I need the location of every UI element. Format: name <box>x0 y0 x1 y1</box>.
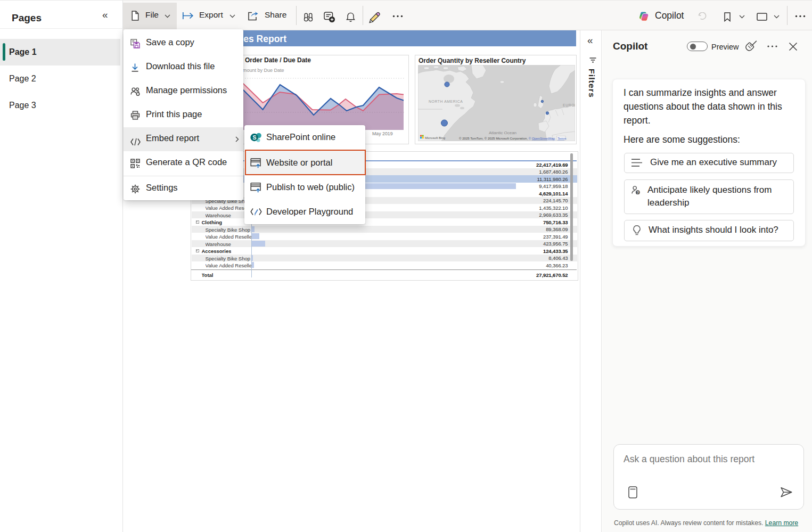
svg-text:NORTH AMERICA: NORTH AMERICA <box>429 100 463 103</box>
svg-text:Microsoft Bing: Microsoft Bing <box>425 136 445 139</box>
svg-text:Order Date / Due Date: Order Date / Due Date <box>245 56 311 64</box>
svg-text:?: ? <box>637 191 639 194</box>
svg-text:mount by Due Date: mount by Due Date <box>243 68 284 73</box>
svg-text:Terms: Terms <box>557 136 567 140</box>
svg-text:© 2025 TomTom, © 2025 Microsof: © 2025 TomTom, © 2025 Microsoft Corporat… <box>459 136 555 140</box>
svg-text:Atlantic Ocean: Atlantic Ocean <box>489 130 516 135</box>
svg-text:Order Quantity by Reseller Cou: Order Quantity by Reseller Country <box>419 57 526 64</box>
svg-text:S: S <box>253 134 257 141</box>
svg-text:May 2019: May 2019 <box>372 131 393 136</box>
svg-text:EUROP: EUROP <box>563 103 575 107</box>
